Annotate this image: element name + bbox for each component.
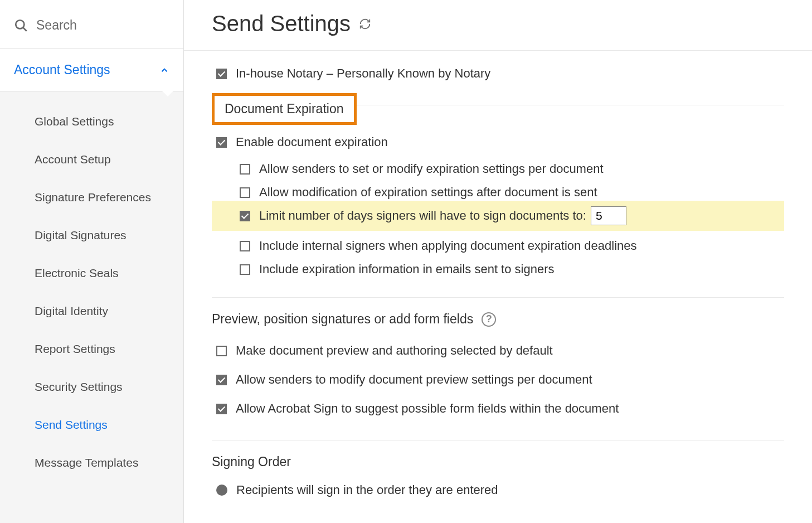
search-icon [14,18,28,33]
search-box[interactable]: Search [0,0,183,49]
svg-line-1 [23,27,27,31]
notary-option-row: In-house Notary – Personally Known by No… [212,56,784,85]
sidebar-item-account-setup[interactable]: Account Setup [0,141,183,178]
limit-days-checkbox[interactable] [240,211,250,221]
notary-checkbox[interactable] [216,69,227,79]
account-settings-toggle[interactable]: Account Settings [0,49,183,91]
allow-modification-label: Allow modification of expiration setting… [259,185,597,200]
limit-days-row: Limit number of days signers will have t… [212,201,784,231]
signing-order-heading: Signing Order [212,454,291,469]
main-content: Send Settings In-house Notary – Personal… [184,0,812,523]
sidebar-item-digital-signatures[interactable]: Digital Signatures [0,216,183,254]
limit-days-label: Limit number of days signers will have t… [259,209,586,223]
sidebar-item-message-templates[interactable]: Message Templates [0,444,183,482]
include-internal-label: Include internal signers when applying d… [259,239,637,253]
sidebar-item-report-settings[interactable]: Report Settings [0,330,183,368]
enable-expiration-label: Enable document expiration [236,135,388,149]
sidebar-item-global-settings[interactable]: Global Settings [0,103,183,141]
svg-point-0 [16,20,24,28]
make-default-row: Make document preview and authoring sele… [212,333,784,362]
nav-menu: Global Settings Account Setup Signature … [0,91,183,523]
refresh-icon[interactable] [359,18,371,30]
limit-days-input[interactable] [591,206,626,225]
document-expiration-heading-box: Document Expiration [212,93,357,125]
sidebar-item-digital-identity[interactable]: Digital Identity [0,292,183,330]
make-default-label: Make document preview and authoring sele… [236,343,553,358]
allow-suggest-checkbox[interactable] [216,404,227,414]
sidebar-item-electronic-seals[interactable]: Electronic Seals [0,254,183,292]
page-title: Send Settings [212,11,351,36]
recipients-order-label: Recipients will sign in the order they a… [236,483,498,497]
sidebar-item-security-settings[interactable]: Security Settings [0,368,183,406]
help-icon[interactable]: ? [482,312,496,327]
allow-suggest-row: Allow Acrobat Sign to suggest possible f… [212,391,784,420]
include-internal-checkbox[interactable] [240,241,250,251]
search-placeholder: Search [36,18,77,33]
chevron-up-icon [159,65,169,75]
enable-expiration-row: Enable document expiration [212,125,784,154]
allow-modification-checkbox[interactable] [240,187,250,198]
page-header: Send Settings [184,0,812,51]
preview-heading: Preview, position signatures or add form… [212,312,473,327]
allow-modify-preview-label: Allow senders to modify document preview… [236,372,592,387]
allow-modify-preview-checkbox[interactable] [216,375,227,385]
signing-order-heading-row: Signing Order [212,440,784,476]
include-expiration-label: Include expiration information in emails… [259,262,555,277]
sidebar: Search Account Settings Global Settings … [0,0,184,523]
allow-senders-label: Allow senders to set or modify expiratio… [259,162,604,176]
include-expiration-row: Include expiration information in emails… [212,254,784,278]
include-internal-row: Include internal signers when applying d… [212,231,784,254]
sidebar-item-send-settings[interactable]: Send Settings [0,406,183,444]
recipients-order-radio[interactable] [216,485,227,496]
recipients-order-row: Recipients will sign in the order they a… [212,476,784,502]
account-settings-label: Account Settings [14,62,110,78]
sidebar-item-signature-preferences[interactable]: Signature Preferences [0,178,183,216]
preview-heading-row: Preview, position signatures or add form… [212,298,784,333]
notary-label: In-house Notary – Personally Known by No… [236,66,490,81]
allow-modify-preview-row: Allow senders to modify document preview… [212,362,784,391]
document-expiration-heading: Document Expiration [225,101,344,116]
include-expiration-checkbox[interactable] [240,264,250,275]
allow-senders-row: Allow senders to set or modify expiratio… [212,154,784,177]
make-default-checkbox[interactable] [216,346,227,356]
allow-suggest-label: Allow Acrobat Sign to suggest possible f… [236,401,619,416]
allow-senders-checkbox[interactable] [240,164,250,175]
allow-modification-row: Allow modification of expiration setting… [212,177,784,201]
enable-expiration-checkbox[interactable] [216,137,227,148]
